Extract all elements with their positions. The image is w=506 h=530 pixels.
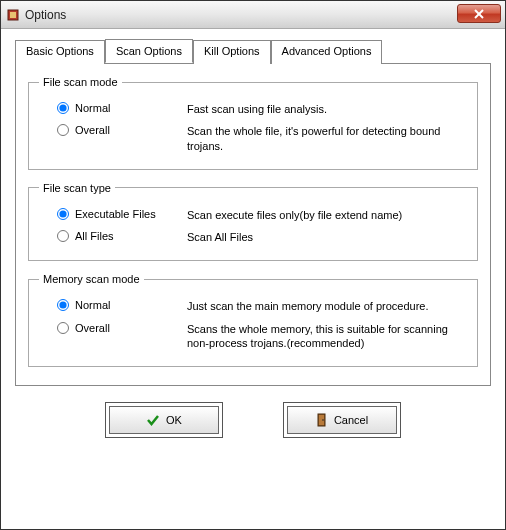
close-button[interactable] [457,4,501,23]
radio-file-scan-type-all[interactable] [57,230,69,242]
group-legend: Memory scan mode [39,273,144,285]
radio-file-scan-type-executable[interactable] [57,208,69,220]
check-icon [146,414,160,426]
option-row: Overall Scans the whole memory, this is … [57,322,467,351]
radio-label: Normal [75,299,110,311]
option-description: Scan All Files [187,230,467,244]
ok-button-label: OK [166,414,182,426]
button-wrap: Cancel [283,402,401,438]
door-icon [316,413,328,427]
group-file-scan-type: File scan type Executable Files Scan exe… [28,182,478,262]
radio-cell: Normal [57,102,187,114]
options-dialog: Options Basic Options Scan Options Kill … [0,0,506,530]
radio-file-scan-mode-overall[interactable] [57,124,69,136]
option-row: Normal Fast scan using file analysis. [57,102,467,116]
group-file-scan-mode: File scan mode Normal Fast scan using fi… [28,76,478,170]
radio-cell: Executable Files [57,208,187,220]
button-wrap: OK [105,402,223,438]
tab-kill-options[interactable]: Kill Options [193,40,271,64]
option-description: Fast scan using file analysis. [187,102,467,116]
radio-cell: Overall [57,322,187,334]
app-icon [5,7,21,23]
tab-row: Basic Options Scan Options Kill Options … [1,29,505,63]
svg-rect-1 [10,12,16,18]
radio-cell: Overall [57,124,187,136]
option-description: Just scan the main memory module of proc… [187,299,467,313]
radio-memory-scan-mode-overall[interactable] [57,322,69,334]
radio-label: Overall [75,124,110,136]
group-legend: File scan type [39,182,115,194]
radio-cell: Normal [57,299,187,311]
client-area: Basic Options Scan Options Kill Options … [1,29,505,529]
option-description: Scans the whole memory, this is suitable… [187,322,467,351]
radio-label: Normal [75,102,110,114]
radio-label: Overall [75,322,110,334]
tab-panel-scan-options: File scan mode Normal Fast scan using fi… [15,63,491,386]
option-description: Scan execute files only(by file extend n… [187,208,467,222]
option-description: Scan the whole file, it's powerful for d… [187,124,467,153]
radio-label: All Files [75,230,114,242]
close-icon [473,9,485,19]
radio-label: Executable Files [75,208,156,220]
group-legend: File scan mode [39,76,122,88]
ok-button[interactable]: OK [109,406,219,434]
cancel-button[interactable]: Cancel [287,406,397,434]
option-row: Overall Scan the whole file, it's powerf… [57,124,467,153]
svg-point-6 [322,420,324,422]
option-row: All Files Scan All Files [57,230,467,244]
titlebar: Options [1,1,505,29]
tab-basic-options[interactable]: Basic Options [15,40,105,64]
radio-cell: All Files [57,230,187,242]
radio-memory-scan-mode-normal[interactable] [57,299,69,311]
button-bar: OK Cancel [1,392,505,452]
radio-file-scan-mode-normal[interactable] [57,102,69,114]
group-memory-scan-mode: Memory scan mode Normal Just scan the ma… [28,273,478,367]
cancel-button-label: Cancel [334,414,368,426]
option-row: Executable Files Scan execute files only… [57,208,467,222]
tab-advanced-options[interactable]: Advanced Options [271,40,383,64]
window-title: Options [25,8,66,22]
option-row: Normal Just scan the main memory module … [57,299,467,313]
tab-scan-options[interactable]: Scan Options [105,39,193,63]
